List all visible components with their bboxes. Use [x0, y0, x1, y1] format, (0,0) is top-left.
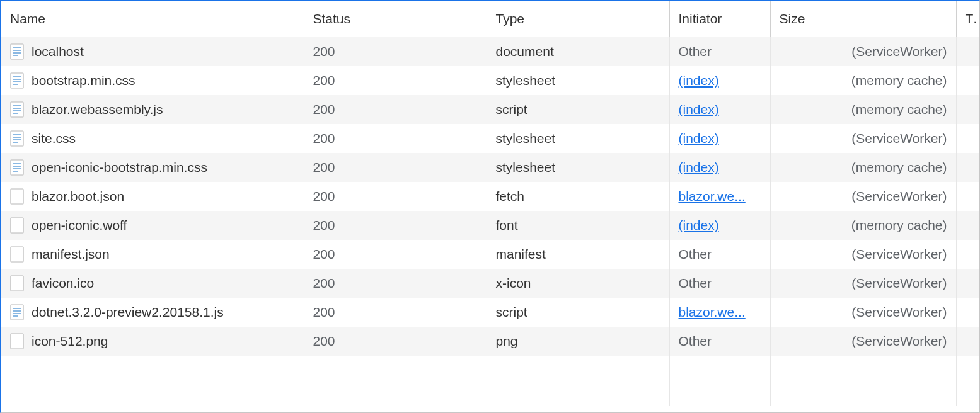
file-icon: [10, 159, 24, 176]
file-icon: [10, 217, 24, 234]
svg-rect-20: [11, 160, 23, 175]
cell-name[interactable]: localhost: [1, 37, 304, 67]
cell-name[interactable]: dotnet.3.2.0-preview2.20158.1.js: [1, 298, 304, 327]
svg-rect-15: [11, 131, 23, 146]
table-row[interactable]: dotnet.3.2.0-preview2.20158.1.js200scrip…: [1, 298, 980, 327]
cell-status: 200: [304, 211, 487, 240]
file-icon: [10, 130, 24, 147]
cell-time: [956, 182, 980, 211]
request-name: open-iconic.woff: [32, 218, 127, 233]
network-requests-table: Name Status Type Initiator Size Tim loca…: [1, 1, 980, 406]
cell-initiator[interactable]: (index): [669, 66, 770, 95]
initiator-link[interactable]: (index): [679, 73, 719, 88]
table-row[interactable]: blazor.webassembly.js200script(index)(me…: [1, 95, 980, 124]
initiator-link[interactable]: blazor.we...: [679, 305, 746, 319]
cell-initiator[interactable]: (index): [669, 95, 770, 124]
column-header-initiator[interactable]: Initiator: [669, 1, 770, 37]
request-name: icon-512.png: [32, 334, 108, 349]
cell-time: [956, 66, 980, 95]
cell-status: 200: [304, 66, 487, 95]
table-row[interactable]: localhost200documentOther(ServiceWorker): [1, 37, 980, 67]
initiator-link[interactable]: (index): [679, 131, 719, 145]
cell-initiator[interactable]: (index): [669, 124, 770, 153]
cell-name[interactable]: bootstrap.min.css: [1, 66, 304, 95]
cell-size: (ServiceWorker): [770, 37, 956, 67]
svg-rect-29: [11, 305, 23, 320]
cell-name[interactable]: site.css: [1, 124, 304, 153]
initiator-text: Other: [679, 247, 712, 261]
initiator-link[interactable]: (index): [679, 218, 719, 232]
column-header-status[interactable]: Status: [304, 1, 487, 37]
cell-status: 200: [304, 37, 487, 67]
file-icon: [10, 333, 24, 349]
table-row[interactable]: bootstrap.min.css200stylesheet(index)(me…: [1, 66, 980, 95]
cell-name[interactable]: open-iconic.woff: [1, 211, 304, 240]
table-row[interactable]: open-iconic.woff200font(index)(memory ca…: [1, 211, 980, 240]
initiator-link[interactable]: blazor.we...: [679, 189, 746, 203]
cell-size: (memory cache): [770, 66, 956, 95]
cell-name[interactable]: manifest.json: [1, 240, 304, 269]
request-name: favicon.ico: [32, 276, 94, 291]
cell-status: 200: [304, 182, 487, 211]
request-name: open-iconic-bootstrap.min.css: [32, 160, 207, 175]
cell-size: (ServiceWorker): [770, 327, 956, 356]
request-name: blazor.boot.json: [32, 189, 124, 204]
cell-status: 200: [304, 269, 487, 298]
request-name: manifest.json: [32, 247, 110, 262]
column-header-time[interactable]: Tim: [956, 1, 980, 37]
file-icon: [10, 101, 24, 118]
cell-initiator[interactable]: blazor.we...: [669, 182, 770, 211]
cell-size: (ServiceWorker): [770, 240, 956, 269]
cell-initiator[interactable]: (index): [669, 211, 770, 240]
table-row[interactable]: favicon.ico200x-iconOther(ServiceWorker): [1, 269, 980, 298]
table-row[interactable]: site.css200stylesheet(index)(ServiceWork…: [1, 124, 980, 153]
initiator-link[interactable]: (index): [679, 160, 719, 174]
cell-size: (ServiceWorker): [770, 298, 956, 327]
cell-size: (ServiceWorker): [770, 269, 956, 298]
cell-size: (memory cache): [770, 211, 956, 240]
table-row[interactable]: icon-512.png200pngOther(ServiceWorker): [1, 327, 980, 356]
cell-name[interactable]: blazor.webassembly.js: [1, 95, 304, 124]
cell-type: fetch: [487, 182, 669, 211]
request-name: blazor.webassembly.js: [32, 102, 163, 117]
svg-rect-26: [11, 218, 23, 233]
svg-rect-5: [11, 73, 23, 88]
request-name: bootstrap.min.css: [32, 73, 135, 88]
table-row[interactable]: blazor.boot.json200fetchblazor.we...(Ser…: [1, 182, 980, 211]
column-header-size[interactable]: Size: [770, 1, 956, 37]
cell-name[interactable]: favicon.ico: [1, 269, 304, 298]
cell-type: stylesheet: [487, 153, 669, 182]
column-header-type[interactable]: Type: [487, 1, 669, 37]
initiator-text: Other: [679, 276, 712, 290]
cell-name[interactable]: blazor.boot.json: [1, 182, 304, 211]
svg-rect-28: [11, 276, 23, 291]
cell-type: stylesheet: [487, 124, 669, 153]
cell-initiator: Other: [669, 327, 770, 356]
column-header-name[interactable]: Name: [1, 1, 304, 37]
svg-rect-34: [11, 334, 23, 349]
cell-initiator: Other: [669, 240, 770, 269]
request-name: site.css: [32, 131, 76, 146]
cell-status: 200: [304, 327, 487, 356]
table-header-row: Name Status Type Initiator Size Tim: [1, 1, 980, 37]
table-row[interactable]: open-iconic-bootstrap.min.css200styleshe…: [1, 153, 980, 182]
cell-initiator: Other: [669, 269, 770, 298]
initiator-text: Other: [679, 334, 712, 348]
cell-name[interactable]: open-iconic-bootstrap.min.css: [1, 153, 304, 182]
cell-status: 200: [304, 124, 487, 153]
file-icon: [10, 188, 24, 205]
file-icon: [10, 304, 24, 320]
cell-size: (ServiceWorker): [770, 182, 956, 211]
cell-initiator[interactable]: (index): [669, 153, 770, 182]
network-panel: Name Status Type Initiator Size Tim loca…: [0, 0, 980, 413]
cell-time: [956, 240, 980, 269]
table-empty-area: [1, 356, 980, 406]
cell-name[interactable]: icon-512.png: [1, 327, 304, 356]
file-icon: [10, 72, 24, 89]
cell-initiator: Other: [669, 37, 770, 67]
file-icon: [10, 43, 24, 60]
file-icon: [10, 275, 24, 291]
table-row[interactable]: manifest.json200manifestOther(ServiceWor…: [1, 240, 980, 269]
cell-initiator[interactable]: blazor.we...: [669, 298, 770, 327]
initiator-link[interactable]: (index): [679, 102, 719, 116]
